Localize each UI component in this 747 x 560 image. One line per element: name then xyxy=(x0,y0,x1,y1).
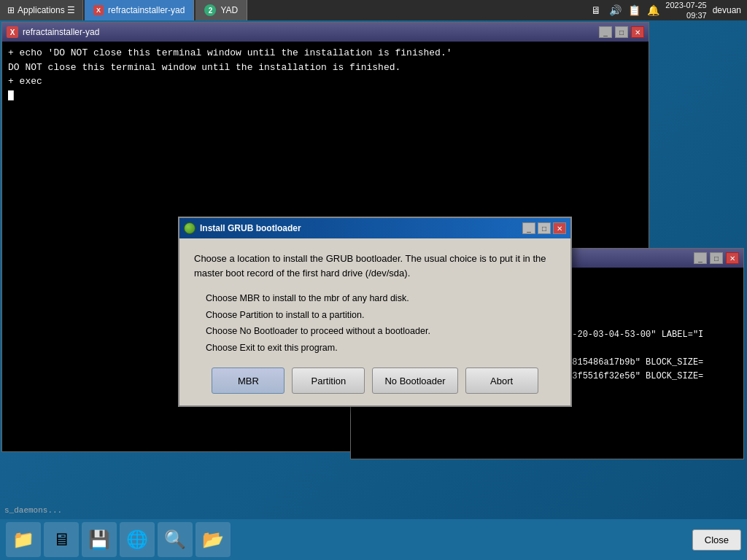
apps-label: Applications ☰ xyxy=(18,5,75,15)
bottom-taskbar: 📁 🖥 💾 🌐 🔍 📂 Close xyxy=(0,519,747,560)
no-bootloader-button[interactable]: No Bootloader xyxy=(372,368,457,394)
terminal2-minimize-button[interactable]: _ xyxy=(694,252,707,264)
dialog-option-1: Choose MBR to install to the mbr of any … xyxy=(206,290,556,307)
abort-button[interactable]: Abort xyxy=(465,368,538,394)
dialog-minimize-button[interactable]: _ xyxy=(522,222,535,234)
partition-button[interactable]: Partition xyxy=(292,368,365,394)
mbr-button[interactable]: MBR xyxy=(212,368,285,394)
username-label: devuan xyxy=(713,5,741,15)
terminal2-maximize-button[interactable]: □ xyxy=(710,252,723,264)
apps-icon: ⊞ xyxy=(7,5,15,15)
dialog-maximize-button[interactable]: □ xyxy=(538,222,551,234)
filemanager-icon[interactable]: 💾 xyxy=(82,522,117,557)
terminal-window-controls-2: _ □ ✕ xyxy=(694,252,739,264)
terminal-line-2: DO NOT close this terminal window until … xyxy=(8,61,643,75)
notification-icon[interactable]: 🔔 xyxy=(646,4,659,17)
applications-menu-button[interactable]: ⊞ Applications ☰ xyxy=(0,0,83,20)
terminal-title-left: X refractainstaller-yad xyxy=(7,26,99,38)
taskbar-clock: 2023-07-25 09:37 xyxy=(665,0,706,20)
dialog-options: Choose MBR to install to the mbr of any … xyxy=(194,290,556,356)
taskbar-window2-button[interactable]: 2 YAD xyxy=(196,0,247,20)
terminal-title-text: refractainstaller-yad xyxy=(23,27,99,37)
terminal-window-controls: _ □ ✕ xyxy=(599,26,644,38)
bottom-taskbar-icons: 📁 🖥 💾 🌐 🔍 📂 xyxy=(6,522,231,557)
terminal-content-main: + echo 'DO NOT close this terminal windo… xyxy=(2,42,649,107)
taskbar-right: 🖥 🔊 📋 🔔 2023-07-25 09:37 devuan xyxy=(584,0,747,20)
terminal-line-1: + echo 'DO NOT close this terminal windo… xyxy=(8,46,643,61)
browser-icon[interactable]: 🌐 xyxy=(120,522,155,557)
clipboard-icon[interactable]: 📋 xyxy=(627,4,640,17)
search-icon[interactable]: 🔍 xyxy=(158,522,193,557)
taskbar-window1-button[interactable]: X refractainstaller-yad xyxy=(85,0,194,20)
monitor-icon[interactable]: 🖥 xyxy=(589,4,603,17)
top-taskbar: ⊞ Applications ☰ X refractainstaller-yad… xyxy=(0,0,747,20)
terminal-titlebar-main: X refractainstaller-yad _ □ ✕ xyxy=(2,23,649,42)
terminal-close-button[interactable]: ✕ xyxy=(631,26,644,38)
terminal-maximize-button[interactable]: □ xyxy=(615,26,628,38)
window2-label: YAD xyxy=(220,5,238,15)
volume-icon[interactable]: 🔊 xyxy=(608,4,622,17)
dialog-description: Choose a location to install the GRUB bo… xyxy=(194,252,556,280)
terminal-cursor: █ xyxy=(8,89,643,104)
desktop: ⊞ Applications ☰ X refractainstaller-yad… xyxy=(0,0,747,560)
dialog-window-controls: _ □ ✕ xyxy=(522,222,566,234)
dialog-close-button[interactable]: ✕ xyxy=(553,222,566,234)
terminal-icon-dock[interactable]: 🖥 xyxy=(44,522,79,557)
dialog-title-left: Install GRUB bootloader xyxy=(184,222,301,234)
close-button[interactable]: Close xyxy=(692,529,741,551)
dialog-body: Choose a location to install the GRUB bo… xyxy=(179,238,570,405)
terminal-minimize-button[interactable]: _ xyxy=(599,26,612,38)
dialog-app-icon xyxy=(184,222,196,234)
dialog-buttons: MBR Partition No Bootloader Abort xyxy=(194,368,556,394)
terminal-line-3: + exec xyxy=(8,74,643,89)
dialog-option-3: Choose No Bootloader to proceed without … xyxy=(206,323,556,340)
dialog-titlebar: Install GRUB bootloader _ □ ✕ xyxy=(179,218,570,238)
window1-label: refractainstaller-yad xyxy=(108,5,185,15)
files-icon[interactable]: 📁 xyxy=(6,522,41,557)
folder-icon[interactable]: 📂 xyxy=(196,522,231,557)
terminal-icon-small: X xyxy=(93,5,104,15)
grub-dialog-window: Install GRUB bootloader _ □ ✕ Choose a l… xyxy=(178,217,572,407)
dialog-option-2: Choose Partition to install to a partiti… xyxy=(206,307,556,324)
dialog-option-4: Choose Exit to exit this program. xyxy=(206,340,556,357)
bottom-taskbar-right: Close xyxy=(692,529,741,551)
window2-badge: 2 xyxy=(204,4,216,16)
status-text: s_daemons... xyxy=(4,506,62,515)
terminal2-close-button[interactable]: ✕ xyxy=(726,252,739,264)
terminal-app-icon: X xyxy=(7,26,18,38)
dialog-title-text: Install GRUB bootloader xyxy=(200,223,301,233)
